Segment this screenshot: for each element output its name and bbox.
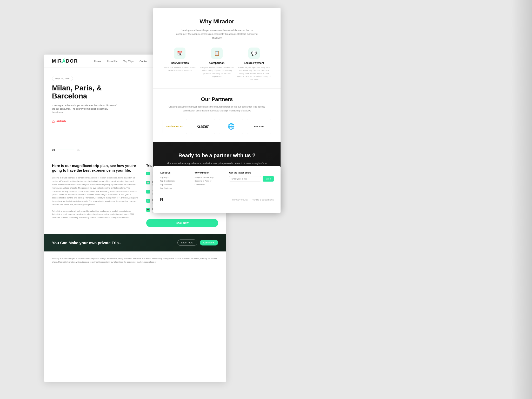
footer-col-why-title: Why Mirador xyxy=(195,171,225,174)
provider-icon: → xyxy=(146,172,150,175)
footer-col-about-title: About Us xyxy=(160,171,190,174)
hero-content: May 25, 2019 Milan, Paris, & Barcelona C… xyxy=(52,76,119,124)
footer-logo: R xyxy=(160,197,163,203)
email-row: Send xyxy=(229,176,274,182)
partners-title: Our Partners xyxy=(163,96,271,102)
footer-grid: About Us Top Trips Top Destinations Top … xyxy=(160,171,274,191)
terms-link[interactable]: TERMS & CONDITIONS xyxy=(252,199,274,201)
footer-col-about: About Us Top Trips Top Destinations Top … xyxy=(160,171,190,191)
transport-icon: → xyxy=(146,190,150,194)
airbnb-icon: ⌂ xyxy=(52,118,55,124)
nav-about[interactable]: About Us xyxy=(107,60,117,63)
footer-legal: PRIVACY POLICY TERMS & CONDITIONS xyxy=(232,199,274,201)
shadow-right xyxy=(511,0,532,399)
payment-feature-title: Secure Payment xyxy=(237,62,271,64)
privacy-policy-link[interactable]: PRIVACY POLICY xyxy=(232,199,248,201)
private-trip-text: You Can Make your own private Trip.. xyxy=(52,241,121,245)
page-progress-line xyxy=(58,150,74,150)
footer-link-contact[interactable]: Contact Us xyxy=(195,183,225,186)
logo: MIRÁDOR xyxy=(52,58,78,64)
page-current: 01 xyxy=(52,148,55,151)
feature-payment: 💬 Secure Payment Pay for all your trips … xyxy=(237,48,271,81)
why-mirador-section: Why Mirador Creating an adherent buyer a… xyxy=(153,8,281,88)
page-total: 05 xyxy=(77,148,80,151)
airbnb-label: airbnb xyxy=(56,119,66,123)
features-list: 📅 Best Activities Find all the available… xyxy=(163,48,271,81)
payment-feature-desc: Pay for all your trips in an easy, safe … xyxy=(237,66,271,81)
trip-plan-desc1: Building a brand changes a constructive … xyxy=(52,176,138,206)
private-trip-banner: You Can Make your own private Trip.. Lea… xyxy=(44,234,226,251)
activities-desc: Find all the available adventures from t… xyxy=(163,66,197,72)
airbnb-logo: ⌂ airbnb xyxy=(52,118,119,124)
footer-link-become[interactable]: Become a Partner xyxy=(195,180,225,182)
bottom-text-section: Building a brand changes a constructive … xyxy=(44,251,226,270)
feature-comparison: 📋 Comparison Compare between different a… xyxy=(200,48,234,81)
footer-bottom: R PRIVACY POLICY TERMS & CONDITIONS xyxy=(160,197,274,203)
footer-link-top-dest[interactable]: Top Destinations xyxy=(160,180,190,182)
partner-logo-gazef: Gazef xyxy=(191,119,215,134)
footer-link-partners[interactable]: Our Partners xyxy=(160,187,190,189)
payment-icon: $ xyxy=(146,199,150,203)
nav-trips[interactable]: Top Trips xyxy=(123,60,134,63)
partner-logos: Destination 31° Gazef 🌐 ESCAPE xyxy=(163,119,271,134)
footer-link-top-trips[interactable]: Top Trips xyxy=(160,176,190,178)
activities-icon: 📅 xyxy=(174,48,185,59)
partner-cta-title: Ready to be a partner with us ? xyxy=(163,152,271,158)
trip-plan-desc2: Advertising community without regard to … xyxy=(52,210,138,220)
payment-method-icon: 💳 xyxy=(146,208,150,212)
activities-title: Best Activities xyxy=(163,62,197,64)
why-mirador-desc: Creating an adherent buyer accelerates t… xyxy=(175,29,258,40)
hero-desc: Creating an adherent buyer accelerates t… xyxy=(52,104,119,115)
nav-home[interactable]: Home xyxy=(94,60,101,63)
bottom-paragraph: Building a brand changes a constructive … xyxy=(52,257,218,264)
send-button[interactable]: Send xyxy=(263,176,274,182)
comparison-title: Comparison xyxy=(200,62,234,64)
footer-link-top-act[interactable]: Top Activities xyxy=(160,183,190,186)
arrival-icon: 📅 xyxy=(146,181,150,184)
email-input[interactable] xyxy=(229,176,261,182)
feature-activities: 📅 Best Activities Find all the available… xyxy=(163,48,197,81)
nav-contact[interactable]: Contact xyxy=(139,60,148,63)
partner-logo-globe: 🌐 xyxy=(219,119,243,134)
footer-divider xyxy=(160,195,274,195)
trip-plan-title: Here is our magnificent trip plan, see h… xyxy=(52,163,138,173)
book-now-button[interactable]: Book Now xyxy=(146,219,218,227)
comparison-icon: 📋 xyxy=(211,48,223,59)
comparison-desc: Compare between different adventures wit… xyxy=(200,66,234,78)
payment-feature-icon: 💬 xyxy=(248,48,260,59)
trip-left: Here is our magnificent trip plan, see h… xyxy=(52,163,138,227)
partners-desc: Creating an adherent buyer accelerates t… xyxy=(163,105,271,112)
lets-do-it-button[interactable]: Let's Do It xyxy=(200,240,218,245)
private-trip-actions: Learn more Let's Do It xyxy=(177,240,218,246)
partner-logo-dest31: Destination 31° xyxy=(163,119,187,134)
nav-links: Home About Us Top Trips Contact xyxy=(94,59,148,63)
partner-logo-escape: ESCAPE xyxy=(247,119,271,134)
partners-section: Our Partners Creating an adherent buyer … xyxy=(153,88,281,142)
footer-col-why: Why Mirador Request Private Trip Become … xyxy=(195,171,225,191)
newsletter-label: Get the latest offers xyxy=(229,171,274,174)
hero-date: May 25, 2019 xyxy=(52,76,73,81)
footer-link-private[interactable]: Request Private Trip xyxy=(195,176,225,178)
learn-more-button[interactable]: Learn more xyxy=(177,240,197,246)
hero-title: Milan, Paris, & Barcelona xyxy=(52,84,119,100)
footer-page: About Us Top Trips Top Destinations Top … xyxy=(153,166,281,213)
footer-newsletter: Get the latest offers Send xyxy=(229,171,274,191)
why-mirador-title: Why Mirador xyxy=(163,18,271,25)
